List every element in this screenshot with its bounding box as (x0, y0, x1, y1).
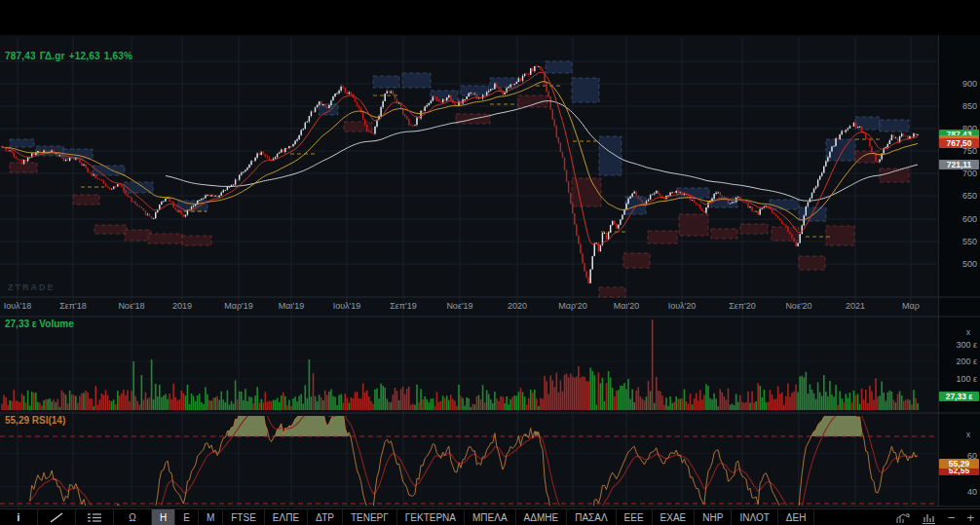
date-axis-tick: Μαρ'19 (224, 301, 253, 311)
symbol-text: ΓΔ.gr (40, 51, 65, 61)
ticker-button-ΕΧΑΕ[interactable]: ΕΧΑΕ (653, 509, 696, 525)
symbol-quote-header: 787,43ΓΔ.gr+12,631,63% (5, 51, 136, 61)
pencil-line-icon (50, 512, 63, 523)
date-axis-tick: Νοε'19 (446, 301, 472, 311)
ticker-button-ΔΕΗ[interactable]: ΔΕΗ (778, 509, 815, 525)
histogram-icon (923, 512, 936, 524)
date-axis-tick: Ιουλ'19 (333, 301, 361, 311)
list-icon (87, 512, 102, 523)
price-axis-tick: 500 (938, 259, 977, 269)
watchlist-button[interactable] (76, 509, 114, 525)
ticker-button-ΠΑΣΑΛ[interactable]: ΠΑΣΑΛ (567, 509, 616, 525)
zoom-in-button[interactable]: + (961, 509, 980, 525)
slow-ma-price-badge: 721,11 (939, 160, 979, 169)
price-axis-tick: 900 (938, 79, 977, 89)
omega-button[interactable]: Ω (114, 509, 152, 525)
volume-label-text: Volume (39, 319, 73, 329)
rsi-axis-tick: 40 (938, 487, 977, 497)
ticker-button-ΜΠΕΛΑ[interactable]: ΜΠΕΛΑ (465, 509, 516, 525)
last-price-text: 787,43 (5, 51, 36, 61)
price-axis-tick: 650 (938, 191, 977, 201)
change-pct-text: 1,63% (104, 51, 132, 61)
rsi-value-text: 55,29 (5, 415, 29, 426)
date-axis-tick: Μαι'20 (614, 301, 639, 311)
timeframe-button-E[interactable]: E (175, 509, 199, 525)
volume-axis-tick: 200 ε (938, 356, 977, 366)
date-axis-tick: 2021 (846, 301, 865, 311)
zoom-out-button[interactable]: − (942, 509, 961, 525)
trend-chart-icon (896, 512, 911, 524)
rsi-value-badge: 55,29 (939, 459, 979, 469)
date-axis-tick: Μαρ'20 (558, 301, 587, 311)
volume-axis-tick: 100 ε (938, 374, 977, 384)
ticker-button-ΝΗΡ[interactable]: ΝΗΡ (695, 509, 732, 525)
close-volume-pane-button[interactable]: x (963, 328, 973, 338)
rsi-label-text: RSI(14) (32, 415, 65, 426)
draw-tool-button[interactable] (38, 509, 76, 525)
date-axis-tick: Σεπ'19 (390, 301, 417, 311)
price-axis-tick: 600 (938, 214, 977, 224)
date-axis-tick: 2020 (508, 301, 527, 311)
date-axis-tick: Νοε'20 (785, 301, 811, 311)
ztrade-watermark: ZTRADE (8, 282, 56, 292)
date-axis-tick: Σεπ'18 (59, 301, 87, 311)
mid-ma-price-badge: 767,50 (939, 138, 979, 148)
date-axis-tick: Νοε'18 (118, 301, 144, 311)
volume-badge: 27,33 ε (939, 392, 979, 401)
toolbar-spacer (814, 509, 889, 525)
ticker-button-ΙΝΛΟΤ[interactable]: ΙΝΛΟΤ (732, 509, 777, 525)
ticker-button-ΕΕΕ[interactable]: ΕΕΕ (617, 509, 653, 525)
date-axis-tick: Ιουλ'20 (668, 301, 697, 311)
date-axis-tick: Σεπ'20 (729, 301, 756, 311)
timeframe-button-H[interactable]: H (152, 509, 175, 525)
volume-axis-tick: 300 ε (938, 340, 977, 350)
date-axis-tick: Ιουλ'18 (4, 301, 32, 311)
info-button[interactable]: i (0, 509, 38, 525)
ticker-button-ΑΔΜΗΕ[interactable]: ΑΔΜΗΕ (516, 509, 568, 525)
date-axis-tick: 2019 (172, 301, 192, 311)
chart-canvas[interactable] (0, 0, 980, 525)
ticker-button-ΓΕΚΤΕΡΝΑ[interactable]: ΓΕΚΤΕΡΝΑ (397, 509, 465, 525)
volume-value-text: 27,33 ε (5, 319, 37, 329)
timeframe-button-M[interactable]: M (199, 509, 223, 525)
bottom-toolbar: i Ω HEM FTSEΕΛΠΕΔΤΡΤΕΝΕΡΓΓΕΚΤΕΡΝΑΜΠΕΛΑΑΔ… (0, 508, 980, 525)
ticker-button-FTSE[interactable]: FTSE (223, 509, 265, 525)
price-axis-tick: 550 (938, 237, 977, 246)
date-axis-tick: Μαρ (902, 301, 920, 311)
price-axis-tick: 850 (938, 101, 977, 111)
ticker-button-ΕΛΠΕ[interactable]: ΕΛΠΕ (265, 509, 308, 525)
change-text: +12,63 (69, 51, 100, 61)
date-axis-tick: Μαι'19 (279, 301, 304, 311)
ticker-button-ΤΕΝΕΡΓ[interactable]: ΤΕΝΕΡΓ (343, 509, 397, 525)
volume-toggle-button[interactable] (917, 509, 942, 525)
chart-style-button[interactable] (890, 509, 917, 525)
ticker-button-ΔΤΡ[interactable]: ΔΤΡ (308, 509, 343, 525)
trading-app-window: 787,43ΓΔ.gr+12,631,63% ZTRADE 27,33 ε Vo… (0, 0, 980, 525)
close-rsi-pane-button[interactable]: x (963, 431, 973, 440)
price-axis-tick: 700 (938, 169, 977, 178)
